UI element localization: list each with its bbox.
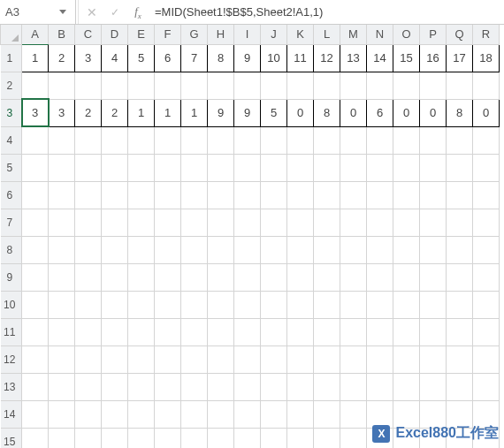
cell-A4[interactable] [22, 126, 49, 154]
cell-Q11[interactable] [447, 318, 473, 345]
cell-B2[interactable] [49, 72, 75, 99]
cell-I8[interactable] [234, 236, 261, 263]
column-header-K[interactable]: K [287, 25, 314, 44]
cell-Q2[interactable] [447, 72, 473, 99]
cell-F5[interactable] [155, 154, 181, 181]
cell-Q1[interactable]: 17 [447, 44, 473, 72]
cell-H9[interactable] [208, 263, 234, 291]
cell-G11[interactable] [181, 318, 208, 345]
cell-L15[interactable] [314, 428, 340, 448]
cell-A1[interactable]: 1 [22, 44, 49, 72]
column-header-D[interactable]: D [102, 25, 128, 44]
cell-R10[interactable] [473, 291, 500, 318]
cell-B13[interactable] [49, 373, 75, 400]
cell-R7[interactable] [473, 209, 500, 236]
cell-E5[interactable] [128, 154, 155, 181]
column-header-C[interactable]: C [75, 25, 102, 44]
cell-E11[interactable] [128, 318, 155, 345]
cell-O7[interactable] [393, 209, 420, 236]
cell-Q10[interactable] [447, 291, 473, 318]
cell-M11[interactable] [340, 318, 367, 345]
cell-C8[interactable] [75, 236, 102, 263]
cell-K15[interactable] [287, 428, 314, 448]
cell-R12[interactable] [473, 345, 500, 373]
cell-E14[interactable] [128, 400, 155, 428]
cell-E6[interactable] [128, 181, 155, 209]
cell-C10[interactable] [75, 291, 102, 318]
cell-J13[interactable] [261, 373, 287, 400]
column-header-P[interactable]: P [420, 25, 447, 44]
cell-H10[interactable] [208, 291, 234, 318]
cell-I14[interactable] [234, 400, 261, 428]
cell-D8[interactable] [102, 236, 128, 263]
cell-P2[interactable] [420, 72, 447, 99]
cell-G2[interactable] [181, 72, 208, 99]
cell-K8[interactable] [287, 236, 314, 263]
cell-I7[interactable] [234, 209, 261, 236]
cell-F11[interactable] [155, 318, 181, 345]
cell-A3[interactable]: 3 [22, 99, 49, 126]
cell-I1[interactable]: 9 [234, 44, 261, 72]
cell-K2[interactable] [287, 72, 314, 99]
cell-P11[interactable] [420, 318, 447, 345]
cell-O14[interactable] [393, 400, 420, 428]
cell-P12[interactable] [420, 345, 447, 373]
cell-E7[interactable] [128, 209, 155, 236]
cell-F15[interactable] [155, 428, 181, 448]
column-header-N[interactable]: N [367, 25, 393, 44]
cell-J11[interactable] [261, 318, 287, 345]
cell-R3[interactable]: 0 [473, 99, 500, 126]
cell-A7[interactable] [22, 209, 49, 236]
cell-E13[interactable] [128, 373, 155, 400]
row-header-12[interactable]: 12 [1, 345, 22, 373]
cell-C7[interactable] [75, 209, 102, 236]
cell-K6[interactable] [287, 181, 314, 209]
column-header-O[interactable]: O [393, 25, 420, 44]
cell-R14[interactable] [473, 400, 500, 428]
cell-A9[interactable] [22, 263, 49, 291]
cell-P9[interactable] [420, 263, 447, 291]
cell-A8[interactable] [22, 236, 49, 263]
cell-O3[interactable]: 0 [393, 99, 420, 126]
column-header-Q[interactable]: Q [447, 25, 473, 44]
cell-J6[interactable] [261, 181, 287, 209]
cell-J14[interactable] [261, 400, 287, 428]
cell-L3[interactable]: 8 [314, 99, 340, 126]
cell-D3[interactable]: 2 [102, 99, 128, 126]
cell-I11[interactable] [234, 318, 261, 345]
cell-P6[interactable] [420, 181, 447, 209]
cell-Q3[interactable]: 8 [447, 99, 473, 126]
cell-O8[interactable] [393, 236, 420, 263]
cell-M14[interactable] [340, 400, 367, 428]
cell-A6[interactable] [22, 181, 49, 209]
cell-D2[interactable] [102, 72, 128, 99]
cell-B10[interactable] [49, 291, 75, 318]
cell-A5[interactable] [22, 154, 49, 181]
cell-L11[interactable] [314, 318, 340, 345]
cell-C13[interactable] [75, 373, 102, 400]
cell-M12[interactable] [340, 345, 367, 373]
cell-M10[interactable] [340, 291, 367, 318]
cell-N10[interactable] [367, 291, 393, 318]
cell-G12[interactable] [181, 345, 208, 373]
cell-H7[interactable] [208, 209, 234, 236]
cell-N7[interactable] [367, 209, 393, 236]
cell-R9[interactable] [473, 263, 500, 291]
cell-H15[interactable] [208, 428, 234, 448]
row-header-3[interactable]: 3 [1, 99, 22, 126]
cell-O2[interactable] [393, 72, 420, 99]
cell-G7[interactable] [181, 209, 208, 236]
cell-P14[interactable] [420, 400, 447, 428]
cell-L2[interactable] [314, 72, 340, 99]
cell-D10[interactable] [102, 291, 128, 318]
cell-C15[interactable] [75, 428, 102, 448]
cell-G3[interactable]: 1 [181, 99, 208, 126]
cell-C1[interactable]: 3 [75, 44, 102, 72]
cell-G1[interactable]: 7 [181, 44, 208, 72]
row-header-4[interactable]: 4 [1, 126, 22, 154]
cell-L13[interactable] [314, 373, 340, 400]
cell-Q12[interactable] [447, 345, 473, 373]
column-header-A[interactable]: A [22, 25, 49, 44]
cell-D15[interactable] [102, 428, 128, 448]
cell-K1[interactable]: 11 [287, 44, 314, 72]
